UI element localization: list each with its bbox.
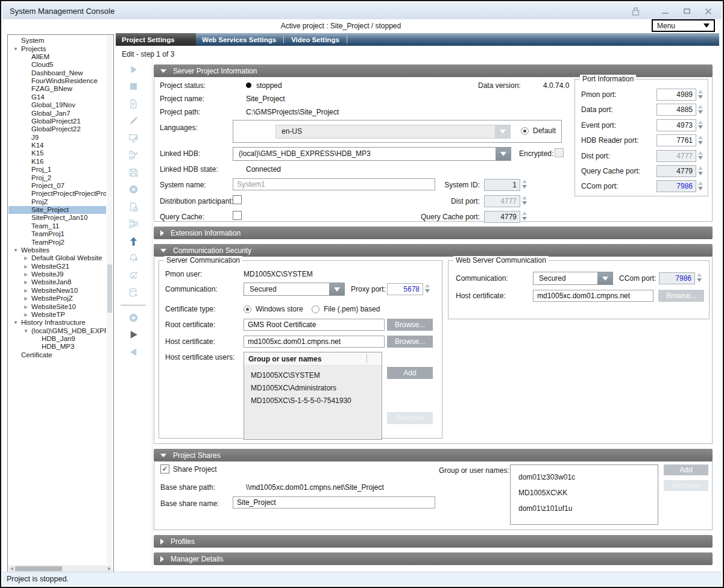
spinner[interactable] [522, 211, 528, 220]
tree-item-local-gms-hdb-expres[interactable]: ▼(local)\GMS_HDB_EXPRES [8, 327, 106, 335]
tree-item-fzag-bnew[interactable]: FZAG_BNew [8, 85, 106, 93]
windows-store-radio[interactable] [244, 305, 251, 313]
share-project-checkbox[interactable] [160, 464, 169, 474]
query-cache-checkbox[interactable] [233, 211, 242, 220]
ccom-port-input[interactable]: 7986 [659, 272, 695, 284]
add-icon[interactable] [125, 309, 141, 327]
tree-item-globalproject21[interactable]: GlobalProject21 [8, 117, 106, 125]
save-icon[interactable] [125, 164, 141, 181]
tree-item-k15[interactable]: K15 [8, 149, 106, 157]
tree-item-projects[interactable]: ▼Projects [8, 45, 106, 52]
system-name-input[interactable] [233, 178, 435, 190]
tree-item-system[interactable]: System [8, 37, 106, 45]
port-input[interactable]: 4779 [656, 165, 696, 177]
tree-item-teamproj2[interactable]: TeamProj2 [8, 238, 106, 246]
tree-item-proj-2[interactable]: Proj_2 [8, 174, 106, 181]
section-header-project-shares[interactable]: Project Shares [154, 449, 713, 461]
tree-horizontal-scrollbar[interactable] [8, 565, 113, 572]
notifications-off-icon[interactable] [125, 250, 141, 267]
tree-item-default-global-website[interactable]: ▶Default Global Website [8, 254, 106, 262]
tree-item-websitenew10[interactable]: ▶WebsiteNew10 [8, 287, 106, 295]
port-input[interactable]: 7986 [656, 180, 696, 192]
tree-expand-icon[interactable]: ▶ [22, 271, 30, 278]
dropdown-button[interactable] [496, 148, 511, 160]
stop-icon[interactable] [125, 78, 141, 96]
user-item[interactable]: MD1005XC\KK [511, 485, 658, 501]
spinner[interactable] [697, 273, 703, 282]
scrollbar-thumb[interactable] [107, 264, 112, 313]
scroll-right-icon[interactable] [108, 567, 111, 571]
spinner[interactable] [698, 105, 704, 114]
host-certificate-browse-button[interactable]: Browse... [387, 336, 433, 348]
tree-item-site-project[interactable]: Site_Project [8, 206, 106, 214]
tab-video-settings[interactable]: Video Settings [285, 33, 345, 46]
web-host-certificate-input[interactable] [533, 290, 653, 302]
tree-item-dashboard-new[interactable]: Dashboard_New [8, 69, 106, 77]
menu-dropdown[interactable]: Menu [652, 19, 715, 32]
tree-item-websiteg21[interactable]: ▶WebsiteG21 [8, 263, 106, 271]
tree-item-projectprojectprojectproje[interactable]: ProjectProjectProjectProje [8, 190, 106, 198]
port-input[interactable]: 7761 [656, 134, 696, 146]
dropdown-button[interactable] [329, 283, 344, 295]
tree-item-websites[interactable]: ▼Websites [8, 246, 106, 254]
user-item[interactable]: MD1005XC\SYSTEM [244, 369, 382, 381]
host-certificate-input[interactable] [244, 336, 385, 348]
upgrade-icon[interactable] [125, 233, 141, 250]
add-share-user-button[interactable]: Add [664, 464, 708, 475]
base-share-name-input[interactable] [233, 496, 435, 508]
section-header-profiles[interactable]: Profiles [154, 535, 713, 548]
tree-item-certificate[interactable]: Certificate [8, 351, 106, 359]
default-language-radio[interactable] [521, 127, 529, 135]
spinner[interactable] [425, 284, 431, 293]
user-item[interactable]: dom01\z101uf1u [511, 501, 658, 516]
tree-expand-icon[interactable]: ▶ [22, 263, 30, 271]
tree-item-history-infrastructure[interactable]: ▼History Infrastructure [8, 319, 106, 327]
share-users-list[interactable]: dom01\z303w01cMD1005XC\KKdom01\z101uf1u [510, 464, 658, 525]
port-input[interactable]: 4973 [656, 119, 696, 131]
dropdown-button[interactable] [597, 272, 612, 284]
run-icon[interactable] [125, 327, 141, 344]
minimize-button[interactable] [660, 7, 670, 16]
tree-item-websitej9[interactable]: ▶WebsiteJ9 [8, 271, 106, 278]
tree-item-websitesite10[interactable]: ▶WebsiteSite10 [8, 302, 106, 310]
section-header-communication-security[interactable]: Communication Security [154, 244, 713, 257]
system-id-input[interactable]: 1 [484, 179, 520, 191]
tree-item-globalproject22[interactable]: GlobalProject22 [8, 125, 106, 133]
edit-icon[interactable] [125, 113, 141, 130]
user-item[interactable]: MD1005XC\Administrators [244, 381, 382, 394]
tab-project-settings[interactable]: Project Settings [116, 33, 196, 46]
web-communication-select[interactable]: Secured [533, 272, 613, 285]
distribution-check-icon[interactable] [125, 216, 141, 233]
tree-item-projz[interactable]: ProjZ [8, 198, 106, 206]
tree-item-siteproject-jan10[interactable]: SiteProject_Jan10 [8, 214, 106, 222]
spinner[interactable] [698, 166, 704, 175]
distribution-participant-checkbox[interactable] [233, 195, 242, 204]
tree-expand-icon[interactable]: ▶ [22, 311, 30, 319]
tree-collapse-icon[interactable]: ▼ [22, 327, 30, 335]
maximize-button[interactable] [682, 7, 691, 16]
tree-item-fourwindsresidence[interactable]: FourWindsResidence [8, 77, 106, 85]
section-header-extension-information[interactable]: Extension Information [154, 227, 713, 239]
language-select[interactable]: en-US [275, 125, 511, 139]
tree-item-global-19nov[interactable]: Global_19Nov [8, 101, 106, 109]
tree-item-websitejan8[interactable]: ▶WebsiteJan8 [8, 278, 106, 286]
proxy-port-input[interactable]: 5678 [387, 283, 423, 295]
tree-item-teamproj1[interactable]: TeamProj1 [8, 230, 106, 238]
root-certificate-browse-button[interactable]: Browse... [387, 319, 433, 331]
dropdown-button[interactable] [495, 125, 510, 138]
website-edit-icon[interactable] [125, 130, 141, 147]
tree-item-websiteprojz[interactable]: ▶WebsiteProjZ [8, 295, 106, 302]
start-icon[interactable] [125, 61, 141, 78]
tree-expand-icon[interactable]: ▶ [22, 295, 30, 302]
port-input[interactable]: 4885 [656, 104, 696, 116]
user-item[interactable]: MD1005XC\S-1-5-5-0-7541930 [244, 394, 382, 407]
new-project-icon[interactable] [125, 95, 141, 113]
tree-item-hdb-mp3[interactable]: HDB_MP3 [8, 343, 106, 351]
scroll-left-icon[interactable] [10, 567, 13, 571]
tab-web-services-settings[interactable]: Web Services Settings [196, 33, 282, 46]
add-user-button[interactable]: Add [387, 367, 433, 379]
close-button[interactable] [704, 7, 713, 16]
tree-collapse-icon[interactable]: ▼ [11, 319, 20, 327]
spinner[interactable] [698, 120, 704, 130]
tree-expand-icon[interactable]: ▶ [22, 278, 30, 286]
